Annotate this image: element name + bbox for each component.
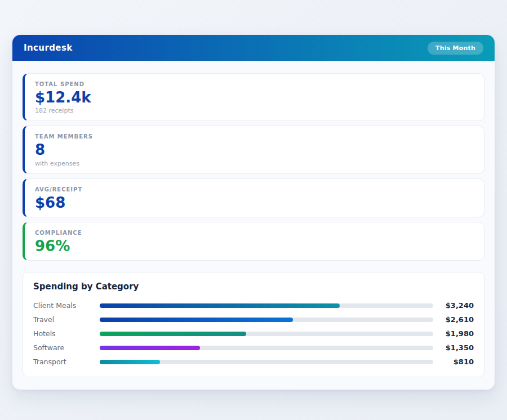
stat-card: TEAM MEMBERS 8 with expenses (23, 126, 484, 173)
category-bar-track (100, 346, 433, 350)
spending-panel: Spending by Category Client Meals $3,240… (23, 272, 484, 377)
category-bar-fill (100, 346, 200, 350)
stat-label: COMPLIANCE (35, 230, 474, 236)
stat-value: $12.4k (35, 90, 474, 105)
category-value: $1,350 (433, 343, 474, 352)
category-bar-fill (100, 303, 340, 308)
category-bar-fill (100, 318, 293, 322)
category-row: Travel $2,610 (33, 312, 474, 327)
stat-value: 8 (35, 142, 474, 158)
stat-label: TEAM MEMBERS (35, 133, 474, 140)
category-bar-track (100, 360, 433, 364)
stat-label: AVG/RECEIPT (35, 186, 474, 193)
category-row: Transport $810 (33, 355, 474, 369)
panel-title: Spending by Category (33, 282, 474, 292)
stat-card: AVG/RECEIPT $68 (23, 178, 484, 217)
category-label: Travel (33, 315, 100, 324)
stats-section: TOTAL SPEND $12.4k 182 receipts TEAM MEM… (12, 61, 495, 261)
stat-card: COMPLIANCE 96% (23, 222, 484, 261)
app-window: Incurdesk This Month TOTAL SPEND $12.4k … (12, 35, 495, 390)
period-badge[interactable]: This Month (428, 42, 483, 55)
category-bar-track (100, 318, 433, 322)
stat-subtext: 182 receipts (35, 107, 474, 114)
stat-value: 96% (35, 239, 474, 254)
category-value: $810 (433, 358, 474, 366)
app-title: Incurdesk (24, 43, 73, 53)
category-row: Hotels $1,980 (33, 327, 474, 341)
category-label: Hotels (33, 329, 100, 338)
category-label: Transport (33, 358, 100, 366)
category-row: Software $1,350 (33, 341, 474, 355)
category-row: Client Meals $3,240 (33, 298, 474, 312)
category-bar-track (100, 303, 433, 308)
category-value: $1,980 (433, 329, 474, 338)
category-value: $3,240 (433, 301, 474, 310)
app-header: Incurdesk This Month (12, 35, 495, 61)
stat-label: TOTAL SPEND (35, 81, 474, 87)
category-bar-track (100, 332, 433, 336)
category-value: $2,610 (433, 315, 474, 324)
category-bar-fill (100, 360, 160, 364)
category-rows: Client Meals $3,240 Travel $2,610 Hotels… (33, 298, 474, 369)
category-bar-fill (100, 332, 246, 336)
stat-card: TOTAL SPEND $12.4k 182 receipts (23, 73, 484, 121)
category-label: Client Meals (33, 301, 100, 310)
category-label: Software (33, 343, 100, 352)
stat-value: $68 (35, 195, 474, 211)
stat-subtext: with expenses (35, 160, 474, 167)
